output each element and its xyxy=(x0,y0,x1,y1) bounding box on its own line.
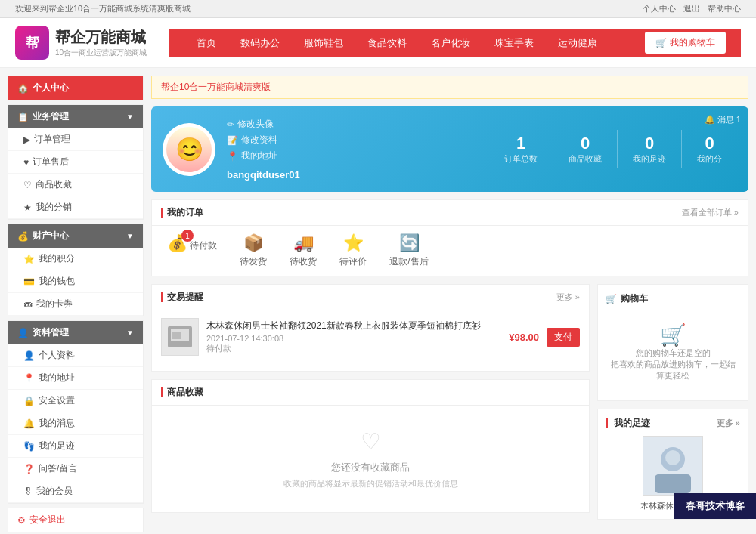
footprint-title-label: 我的足迹 xyxy=(614,418,650,428)
order-tabs: 💰 1 待付款 📦 待发货 🚚 待收货 ⭐ 待评价 xyxy=(152,226,748,276)
sidebar-my-footprint[interactable]: 👣 我的足迹 xyxy=(8,435,143,458)
watermark-text: 春哥技术博客 xyxy=(686,500,745,511)
personal-center-link[interactable]: 个人中心 xyxy=(643,3,676,14)
cart-empty-text2: 把喜欢的商品放进购物车，一起结算更轻松 xyxy=(609,359,736,381)
svg-point-7 xyxy=(665,450,680,465)
sidebar-my-address[interactable]: 📍 我的地址 xyxy=(8,367,143,390)
sidebar-finance: 💰 财产中心 ▼ ⭐ 我的积分 💳 我的钱包 🎟 我的卡券 xyxy=(8,224,144,316)
stat-favorites-label: 商品收藏 xyxy=(569,153,602,165)
pending-review-label: 待评价 xyxy=(339,256,367,267)
favorites-empty-title: 您还没有收藏商品 xyxy=(167,461,574,474)
watermark: 春哥技术博客 xyxy=(674,493,756,519)
orders-section: 我的订单 查看全部订单 » 💰 1 待付款 📦 待发货 🚚 待收货 xyxy=(151,199,748,276)
sidebar-personal-info[interactable]: 👤 个人资料 xyxy=(8,344,143,367)
sidebar-qa-label: 问答/留言 xyxy=(39,462,77,475)
stat-points-label: 我的分 xyxy=(697,153,722,165)
sidebar-qa[interactable]: ❓ 问答/留言 xyxy=(8,458,143,480)
sidebar: 🏠 个人中心 📋 业务管理 ▼ ▶ 订单管理 ♥ 订单售后 ♡ 商品收藏 xyxy=(8,76,144,534)
transaction-info: 木林森休闲男士长袖翻领2021新款春秋上衣服装体夏季短袖棉打底衫 2021-07… xyxy=(206,319,501,355)
sidebar-my-membership[interactable]: 🎖 我的会员 xyxy=(8,480,143,503)
transaction-price: ¥98.00 xyxy=(509,332,539,343)
transaction-more[interactable]: 更多 » xyxy=(556,292,580,303)
logo-title: 帮企万能商城 xyxy=(55,27,147,48)
sidebar-my-membership-label: 我的会员 xyxy=(36,485,73,498)
nav-jewelry[interactable]: 珠宝手表 xyxy=(482,29,546,57)
edit-avatar-link[interactable]: ✏修改头像 xyxy=(227,118,300,131)
pay-button[interactable]: 支付 xyxy=(547,328,580,347)
order-tab-pending-review[interactable]: ⭐ 待评价 xyxy=(339,233,367,268)
transaction-section: 交易提醒 更多 » 木林森休闲 xyxy=(151,284,590,372)
sidebar-order-aftersale[interactable]: ♥ 订单售后 xyxy=(8,151,143,174)
breadcrumb: 帮企10合一万能商城清爽版 xyxy=(151,76,748,99)
notification-text: 消息 1 xyxy=(717,114,741,125)
cart-title-label: 购物车 xyxy=(621,292,648,305)
help-link[interactable]: 帮助中心 xyxy=(708,3,741,14)
order-tab-pending-ship[interactable]: 📦 待发货 xyxy=(240,233,267,268)
sidebar-my-points[interactable]: ⭐ 我的积分 xyxy=(8,248,143,270)
username: bangqitduser01 xyxy=(227,169,300,181)
refund-label: 退款/售后 xyxy=(389,256,428,267)
transaction-image xyxy=(161,318,199,356)
nav-home[interactable]: 首页 xyxy=(184,29,228,57)
sidebar-finance-header: 💰 财产中心 ▼ xyxy=(8,224,143,248)
footprint-more[interactable]: 更多 » xyxy=(717,418,740,429)
cart-section: 🛒 购物车 🛒 您的购物车还是空的 把喜欢的商品放进购物车，一起结算更轻松 xyxy=(597,284,748,401)
logo-icon: 帮 xyxy=(15,26,49,60)
sidebar-my-points-label: 我的积分 xyxy=(39,252,75,265)
pending-review-icon: ⭐ xyxy=(339,233,367,253)
logout-link[interactable]: 退出 xyxy=(683,3,700,14)
col-left: 交易提醒 更多 » 木林森休闲 xyxy=(151,284,590,520)
transaction-header: 交易提醒 更多 » xyxy=(152,285,589,310)
top-bar: 欢迎来到帮企业10合一万能商城系统清爽版商城 个人中心 退出 帮助中心 xyxy=(0,0,756,18)
sidebar-product-favorite[interactable]: ♡ 商品收藏 xyxy=(8,174,143,196)
svg-rect-6 xyxy=(655,474,691,493)
sidebar-my-coupon-label: 我的卡券 xyxy=(36,298,73,310)
sidebar-business-header: 📋 业务管理 ▼ xyxy=(8,105,143,128)
welcome-text: 欢迎来到帮企业10合一万能商城系统清爽版商城 xyxy=(15,3,191,14)
sidebar-logout-button[interactable]: ⚙ 安全退出 xyxy=(8,508,143,532)
sidebar-order-manage[interactable]: ▶ 订单管理 xyxy=(8,128,143,151)
edit-info-link[interactable]: 📝修改资料 xyxy=(227,134,300,147)
nav-sports[interactable]: 运动健康 xyxy=(546,29,609,57)
pending-receive-label: 待收货 xyxy=(290,256,317,267)
pending-ship-label: 待发货 xyxy=(240,256,267,267)
order-tab-pending-payment[interactable]: 💰 1 待付款 xyxy=(167,233,217,268)
order-tab-refund[interactable]: 🔄 退款/售后 xyxy=(389,233,428,268)
stat-points[interactable]: 0 我的分 xyxy=(681,130,737,168)
sidebar-logout-label: 安全退出 xyxy=(29,514,66,526)
transaction-title: 交易提醒 xyxy=(161,291,203,304)
stat-orders[interactable]: 1 订单总数 xyxy=(489,130,553,168)
favorites-empty: ♡ 您还没有收藏商品 收藏的商品将显示最新的促销活动和最优价信息 xyxy=(152,406,589,512)
breadcrumb-text: 帮企10合一万能商城清爽版 xyxy=(161,82,271,92)
sidebar-my-messages[interactable]: 🔔 我的消息 xyxy=(8,412,143,435)
refund-icon: 🔄 xyxy=(389,233,428,253)
logo-text: 帮企万能商城 10合一商业运营版万能商城 xyxy=(55,27,147,58)
nav-digital[interactable]: 数码办公 xyxy=(228,29,292,57)
favorites-empty-desc: 收藏的商品将显示最新的促销活动和最优价信息 xyxy=(167,478,574,489)
sidebar-data-header: 👤 资料管理 ▼ xyxy=(8,321,143,344)
orders-header: 我的订单 查看全部订单 » xyxy=(152,200,748,226)
sidebar-business-label: 业务管理 xyxy=(33,110,69,123)
edit-avatar-label: 修改头像 xyxy=(237,118,274,131)
nav-beauty[interactable]: 名户化妆 xyxy=(419,29,482,57)
profile-stats: 1 订单总数 0 商品收藏 0 我的足迹 0 我的分 xyxy=(489,130,737,168)
orders-view-all[interactable]: 查看全部订单 » xyxy=(682,207,739,218)
sidebar-security[interactable]: 🔒 安全设置 xyxy=(8,390,143,412)
cart-empty-text1: 您的购物车还是空的 xyxy=(609,347,736,359)
my-address-link[interactable]: 📍我的地址 xyxy=(227,150,300,162)
two-col-layout: 交易提醒 更多 » 木林森休闲 xyxy=(151,284,748,520)
main-nav: 首页 数码办公 服饰鞋包 食品饮料 名户化妆 珠宝手表 运动健康 🛒 我的购物车 xyxy=(169,29,741,57)
nav-clothing[interactable]: 服饰鞋包 xyxy=(292,29,355,57)
sidebar-my-coupon[interactable]: 🎟 我的卡券 xyxy=(8,293,143,316)
transaction-date: 2021-07-12 14:30:08 xyxy=(206,334,501,343)
nav-food[interactable]: 食品饮料 xyxy=(355,29,419,57)
logo[interactable]: 帮 帮企万能商城 10合一商业运营版万能商城 xyxy=(15,26,147,60)
stat-favorites[interactable]: 0 商品收藏 xyxy=(553,130,617,168)
sidebar-my-wallet[interactable]: 💳 我的钱包 xyxy=(8,270,143,293)
cart-button[interactable]: 🛒 我的购物车 xyxy=(645,32,726,54)
sidebar-my-distribution[interactable]: ★ 我的分销 xyxy=(8,196,143,219)
sidebar-personal-header: 🏠 个人中心 xyxy=(8,76,143,100)
order-tab-pending-receive[interactable]: 🚚 待收货 xyxy=(290,233,317,268)
stat-footprint[interactable]: 0 我的足迹 xyxy=(617,130,681,168)
stat-favorites-num: 0 xyxy=(569,134,602,153)
